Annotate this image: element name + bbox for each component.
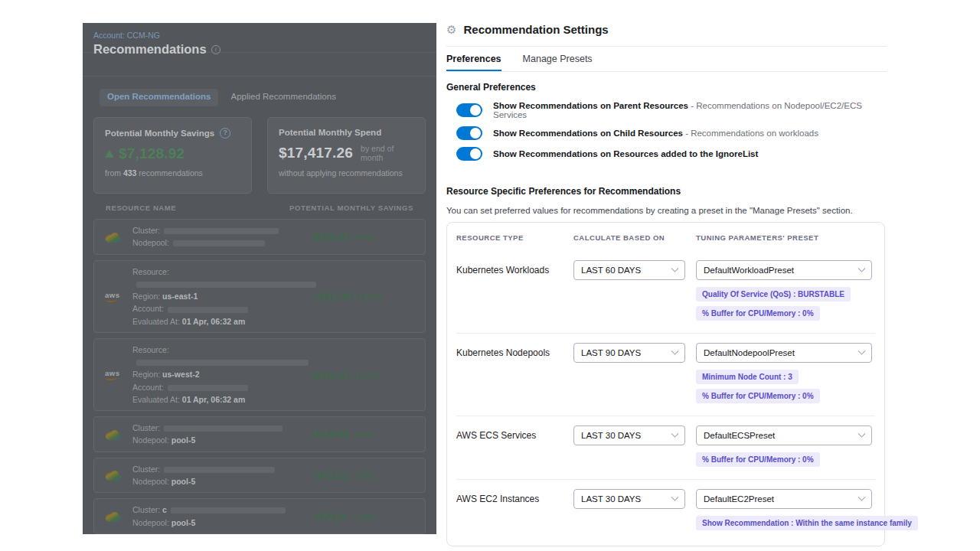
detail-line: Cluster: [132,463,313,475]
resource-specific-heading: Resource Specific Preferences for Recomm… [446,186,887,197]
spend-amount-note: by end of month [361,144,414,162]
table-row[interactable]: Cluster: cNodepool: pool-5-$73.22(-20%) [93,498,426,534]
column-header-resource-name: RESOURCE NAME [106,204,176,212]
toggle-label: Show Recommendations on Parent Resources… [493,101,887,119]
recommendations-tabs: Open Recommendations Applied Recommendat… [100,89,436,106]
savings-cell: $229.42(34%) [313,230,414,243]
settings-tabs: Preferences Manage Presets [446,47,887,72]
help-icon[interactable]: ? [220,128,230,139]
settings-panel-title: Recommendation Settings [463,23,608,36]
savings-value: -$73.22 [313,470,347,481]
detail-value: c [160,505,167,514]
detail-line: Resource: [132,344,313,369]
detail-label: Resource: [132,267,169,276]
chevron-down-icon [858,347,866,354]
detail-line: Evaluated At: 01 Apr, 06:32 am [132,393,313,406]
preference-toggle-row: Show Recommendations on Resources added … [456,147,887,161]
calculate-based-on-select[interactable]: LAST 90 DAYS [573,343,685,363]
column-header-resource-type: RESOURCE TYPE [456,233,573,242]
detail-label: Nodepool: [132,477,169,486]
gcp-cloud-icon [105,510,132,522]
detail-label: Nodepool: [132,518,169,527]
resource-type-label: AWS EC2 Instances [456,489,573,530]
table-row[interactable]: Cluster:Nodepool: pool-5-$73.22(-20%) [93,458,426,494]
select-value: DefaultEC2Preset [704,494,774,504]
chevron-down-icon [858,429,866,437]
gcp-cloud-icon [105,469,132,481]
chevron-down-icon [671,429,679,437]
resource-type-label: AWS ECS Services [456,425,573,467]
savings-cell: -$73.22(-20%) [313,468,414,482]
savings-percent: (96%) [353,430,375,439]
savings-value: $229.42 [313,231,349,243]
select-value: DefaultECSPreset [704,431,775,440]
table-row[interactable]: Cluster:Nodepool: pool-5$234.90(96%) [93,416,426,452]
resource-preferences-card: RESOURCE TYPE CALCULATE BASED ON TUNING … [446,222,885,546]
tab-applied-recommendations[interactable]: Applied Recommendations [223,89,343,106]
savings-cell: $234.90(96%) [313,427,414,441]
recommendation-settings-panel: ⚙ Recommendation Settings Preferences Ma… [436,0,980,551]
detail-line: Account: [132,302,316,315]
savings-sub-text: from 433 recommendations [105,168,240,178]
redacted-value [164,228,279,234]
preset-parameter-chip: % Buffer for CPU/Memory : 0% [696,306,820,321]
calculate-based-on-select[interactable]: LAST 60 DAYS [573,260,685,280]
preference-toggle-row: Show Recommendations on Child Resources … [456,126,887,140]
general-preferences-toggles: Show Recommendations on Parent Resources… [446,101,887,161]
toggle-switch[interactable] [456,103,482,117]
potential-monthly-savings-card: Potential Monthly Savings ? $7,128.92 fr… [93,117,252,194]
resource-details: Cluster:Nodepool: [132,224,313,249]
calculate-based-on-cell: LAST 30 DAYS [573,489,696,530]
savings-cell: -$73.22(-20%) [313,510,414,523]
calculate-based-on-select[interactable]: LAST 30 DAYS [573,425,685,445]
toggle-label: Show Recommendations on Resources added … [493,149,758,158]
detail-label: Resource: [132,345,169,354]
savings-up-triangle-icon [105,150,114,158]
info-icon[interactable]: i [211,45,220,54]
gcp-cloud-icon [105,231,132,243]
detail-value: 01 Apr, 06:32 am [180,317,245,326]
preference-toggle-row: Show Recommendations on Parent Resources… [456,101,887,119]
recommendations-header: Account: CCM-NG Recommendations i [83,23,436,53]
preset-parameter-chip: Minimum Node Count : 3 [696,370,799,384]
tuning-preset-cell: DefaultEC2PresetShow Recommendation : Wi… [696,489,918,530]
resource-details: Resource:Region: us-west-2Account:Evalua… [132,344,313,406]
calculate-based-on-select[interactable]: LAST 30 DAYS [573,489,685,509]
tuning-preset-select[interactable]: DefaultNodepoolPreset [696,343,872,363]
tab-manage-presets[interactable]: Manage Presets [523,47,593,71]
preset-parameter-chip: % Buffer for CPU/Memory : 0% [696,452,820,467]
potential-monthly-spend-card: Potential Monthly Spend $17,417.26 by en… [267,117,426,194]
page-title: Recommendations [93,42,207,57]
screenshot-stage: Account: CCM-NG Recommendations i Open R… [0,0,980,551]
tuning-preset-cell: DefaultNodepoolPresetMinimum Node Count … [696,343,875,403]
toggle-switch[interactable] [456,147,482,161]
savings-value: $312.23 [316,291,352,302]
tab-preferences[interactable]: Preferences [446,47,501,71]
select-value: DefaultNodepoolPreset [704,348,795,357]
resource-preference-row: AWS EC2 InstancesLAST 30 DAYSDefaultEC2P… [456,480,875,543]
tuning-preset-select[interactable]: DefaultECSPreset [696,425,872,445]
tuning-preset-cell: DefaultWorkloadPresetQuality Of Service … [696,260,875,321]
redacted-value [164,467,275,473]
spend-sub-text: without applying recommendations [279,168,414,178]
calculate-based-on-cell: LAST 90 DAYS [573,343,696,403]
table-row[interactable]: awsResource:Region: us-east-1Account:Eva… [93,260,426,333]
toggle-switch[interactable] [456,126,482,140]
detail-value: pool-5 [169,435,195,445]
resource-details: Cluster: cNodepool: pool-5 [132,504,313,529]
tab-open-recommendations[interactable]: Open Recommendations [100,89,218,106]
savings-percent: (34%) [353,233,375,242]
gear-icon: ⚙ [446,24,456,35]
account-breadcrumb-link[interactable]: Account: CCM-NG [93,31,160,40]
savings-percent: (-20%) [351,513,376,522]
table-row[interactable]: Cluster:Nodepool:$229.42(34%) [93,219,426,255]
table-row[interactable]: awsResource:Region: us-west-2Account:Eva… [93,338,426,411]
gcp-cloud-icon [105,429,132,440]
chevron-down-icon [671,347,679,354]
savings-value: $312.23 [313,370,349,381]
calculate-based-on-cell: LAST 60 DAYS [573,260,696,321]
tuning-preset-select[interactable]: DefaultEC2Preset [696,489,872,509]
detail-label: Region: [132,292,160,301]
tuning-preset-select[interactable]: DefaultWorkloadPreset [696,260,872,280]
detail-line: Resource: [132,266,316,291]
